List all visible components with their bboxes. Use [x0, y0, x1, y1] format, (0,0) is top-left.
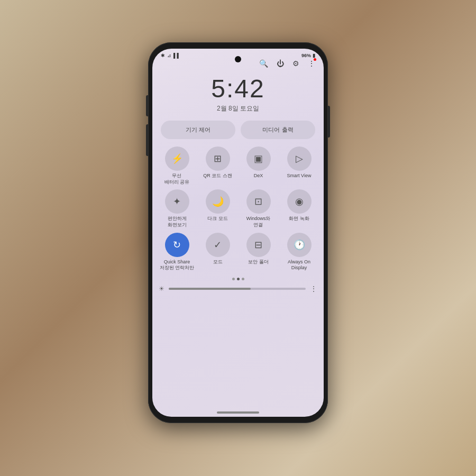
tile-icon-secure-folder: ⊟ — [246, 233, 271, 257]
more-menu-icon[interactable]: ⋮ — [308, 59, 315, 68]
tile-always-on[interactable]: 🕐Always On Display — [281, 233, 317, 271]
tile-label-mode: 모드 — [213, 259, 223, 266]
clock-time: 5:42 — [152, 74, 324, 103]
tile-secure-folder[interactable]: ⊟보안 폴더 — [240, 233, 277, 271]
tile-label-dex: DeX — [254, 173, 263, 179]
settings-icon[interactable]: ⚙ — [292, 59, 299, 68]
tile-label-dark-mode: 다크 모드 — [207, 216, 228, 222]
brightness-fill — [169, 288, 251, 290]
tile-icon-easy-screen: ✦ — [165, 189, 189, 214]
status-right: 96% ▮ — [301, 53, 315, 58]
tile-icon-quick-share: ↻ — [165, 233, 189, 257]
tile-label-windows-connect: Windows와 연결 — [246, 216, 271, 228]
tile-icon-dark-mode: 🌙 — [206, 189, 230, 214]
phone-screen: ✱ ⊿ ▌▌ 96% ▮ 🔍 ⏻ ⚙ ⋮ 5:42 2월 8일 토요일 기기 제… — [152, 49, 324, 417]
page-dot-3 — [242, 278, 244, 280]
brightness-slider[interactable] — [169, 288, 306, 290]
tile-label-always-on: Always On Display — [288, 259, 310, 271]
device-control-tab[interactable]: 기기 제어 — [161, 121, 235, 139]
media-output-tab[interactable]: 미디어 출력 — [241, 121, 315, 139]
tile-quick-share[interactable]: ↻Quick Share 저장된 연락처만 — [159, 233, 195, 271]
front-camera — [235, 56, 241, 62]
power-button — [328, 106, 330, 138]
tile-icon-always-on: 🕐 — [287, 233, 312, 257]
tiles-grid: ⚡무선 배터리 공유⊞QR 코드 스캔▣DeX▷Smart View✦편안하게 … — [152, 142, 324, 276]
phone-frame: ✱ ⊿ ▌▌ 96% ▮ 🔍 ⏻ ⚙ ⋮ 5:42 2월 8일 토요일 기기 제… — [148, 42, 328, 423]
battery-icon: ▮ — [313, 53, 315, 58]
tile-label-smart-view: Smart View — [287, 173, 312, 179]
bottom-brightness-bar: ☀ ⋮ — [152, 282, 324, 295]
tile-label-secure-folder: 보안 폴더 — [248, 259, 269, 266]
volume-up-button — [146, 95, 148, 116]
tile-icon-screen-record: ◉ — [287, 189, 312, 214]
brightness-more-icon[interactable]: ⋮ — [310, 285, 317, 293]
tile-windows-connect[interactable]: ⊡Windows와 연결 — [240, 189, 277, 228]
tile-icon-smart-view: ▷ — [287, 147, 312, 171]
control-tabs: 기기 제어 미디어 출력 — [152, 115, 324, 142]
battery-percent: 96% — [301, 53, 311, 58]
bluetooth-icon: ✱ — [161, 53, 165, 58]
tile-icon-dex: ▣ — [246, 147, 271, 171]
clock-section: 5:42 2월 8일 토요일 — [152, 70, 324, 115]
tile-label-easy-screen: 편안하게 화면보기 — [168, 216, 187, 228]
tile-label-wireless-battery: 무선 배터리 공유 — [164, 173, 190, 185]
wifi-icon: ⊿ — [167, 53, 171, 58]
tile-screen-record[interactable]: ◉화면 녹화 — [281, 189, 317, 228]
search-icon[interactable]: 🔍 — [259, 59, 268, 68]
tile-easy-screen[interactable]: ✦편안하게 화면보기 — [159, 189, 195, 228]
home-indicator[interactable] — [217, 411, 259, 414]
tile-label-quick-share: Quick Share 저장된 연락처만 — [160, 259, 195, 271]
page-dot-2 — [237, 278, 240, 280]
tile-icon-qr-scan: ⊞ — [206, 147, 230, 171]
clock-date: 2월 8일 토요일 — [152, 104, 324, 113]
tile-qr-scan[interactable]: ⊞QR 코드 스캔 — [199, 147, 236, 185]
tile-wireless-battery[interactable]: ⚡무선 배터리 공유 — [159, 147, 195, 185]
tile-label-qr-scan: QR 코드 스캔 — [203, 173, 232, 179]
pagination-dots — [152, 276, 324, 282]
volume-down-button — [146, 124, 148, 156]
status-left: ✱ ⊿ ▌▌ — [161, 53, 180, 58]
tile-dark-mode[interactable]: 🌙다크 모드 — [199, 189, 236, 228]
tile-dex[interactable]: ▣DeX — [240, 147, 277, 185]
power-icon[interactable]: ⏻ — [277, 59, 284, 68]
tile-icon-wireless-battery: ⚡ — [165, 147, 189, 171]
tile-mode[interactable]: ✓모드 — [199, 233, 236, 271]
tile-icon-mode: ✓ — [206, 233, 230, 257]
page-dot-1 — [232, 278, 235, 280]
tile-smart-view[interactable]: ▷Smart View — [281, 147, 317, 185]
signal-icon: ▌▌ — [173, 53, 180, 58]
brightness-icon: ☀ — [159, 285, 164, 292]
tile-icon-windows-connect: ⊡ — [246, 189, 271, 214]
tile-label-screen-record: 화면 녹화 — [289, 216, 309, 222]
